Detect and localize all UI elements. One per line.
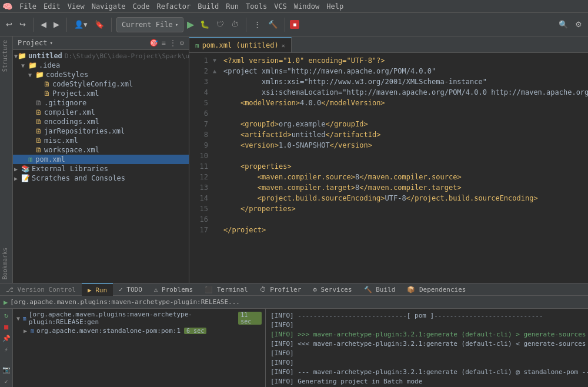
bottom-tab-dependencies[interactable]: 📦 Dependencies	[401, 283, 472, 296]
run-tree-arrow: ▶	[24, 328, 29, 334]
settings-button[interactable]: ⚙	[573, 19, 584, 30]
run-rerun-icon[interactable]: ↻	[4, 311, 8, 319]
toolbar: ↩ ↪ ◀ ▶ 👤▾ 🔖 Current File ▾ ▶ 🐛 🛡 ⏱ ⋮ 🔨 …	[0, 13, 588, 36]
folder-icon: 📁	[18, 52, 26, 60]
tree-item-compilerxml[interactable]: ▶ 🗎 compiler.xml	[13, 108, 189, 117]
menu-item-run[interactable]: Run	[222, 0, 242, 13]
menu-item-file[interactable]: File	[16, 0, 40, 13]
log-line: [INFO] ----------------------------[ pom…	[270, 311, 583, 321]
run-badge: 6 sec	[184, 328, 206, 334]
left-tools-spacer	[0, 75, 12, 244]
forward-button[interactable]: ▶	[51, 19, 62, 30]
build-button[interactable]: 🔨	[266, 19, 280, 30]
tree-item-gitignore[interactable]: ▶ 🗎 .gitignore	[13, 98, 189, 108]
menu-item-help[interactable]: Help	[323, 0, 347, 13]
tree-item-workspacexml[interactable]: ▶ 🗎 workspace.xml	[13, 145, 189, 155]
tree-item-jarrepos[interactable]: ▶ 🗎 jarRepositories.xml	[13, 126, 189, 136]
bottom-tabs: ⎇ Version Control ▶ Run ✓ TODO ⚠ Problem…	[0, 283, 588, 296]
redo-button[interactable]: ↪	[17, 19, 28, 30]
tree-item-miscxml[interactable]: ▶ 🗎 misc.xml	[13, 136, 189, 145]
settings-icon[interactable]: ⚙	[180, 39, 184, 47]
dots-icon[interactable]: ⋮	[169, 39, 176, 47]
tree-path: D:\Study\BC\idea-Project\Spark\untitled	[65, 52, 189, 60]
profile-run-button[interactable]: ⏱	[229, 19, 241, 30]
menu-item-edit[interactable]: Edit	[40, 0, 64, 13]
run-tree-child[interactable]: ▶ m org.apache.maven:standalone-pom:pom:…	[15, 326, 263, 335]
chevron-down-icon: ▾	[175, 22, 178, 28]
tab-label: pom.xml (untitled)	[202, 41, 279, 49]
menu-item-view[interactable]: View	[64, 0, 88, 13]
run-badge: 11 sec	[238, 312, 262, 325]
more-run-button[interactable]: ⋮	[251, 19, 263, 30]
tab-pom-icon: m	[195, 42, 199, 49]
code-editor[interactable]: <?xml version="1.0" encoding="UTF-8"?><p…	[219, 53, 588, 283]
code-line: </properties>	[223, 203, 583, 214]
menu-item-tools[interactable]: Tools	[242, 0, 270, 13]
bookmarks-tool[interactable]: Bookmarks	[0, 244, 12, 283]
run-console-header: ▶ [org.apache.maven.plugins:maven-archet…	[0, 296, 588, 309]
search-everywhere-button[interactable]: 🔍	[556, 19, 570, 30]
tree-item-encodingsxml[interactable]: ▶ 🗎 encodings.xml	[13, 117, 189, 126]
bottom-tab-run[interactable]: ▶ Run	[82, 283, 113, 296]
collapse-all-icon[interactable]: ≡	[162, 39, 166, 47]
menu-item-navigate[interactable]: Navigate	[88, 0, 129, 13]
bottom-tab-terminal[interactable]: ⬛ Terminal	[199, 283, 254, 296]
run-config-dropdown[interactable]: Current File ▾	[116, 17, 183, 32]
tree-item-untitled[interactable]: ▼ 📁 untitled D:\Study\BC\idea-Project\Sp…	[13, 51, 189, 61]
coverage-button[interactable]: 🛡	[214, 19, 226, 30]
tree-item-codeStyleConfig[interactable]: ▶ 🗎 codeStyleConfig.xml	[13, 79, 189, 89]
tree-item-idea[interactable]: ▼ 📁 .idea	[13, 61, 189, 70]
tab-close-button[interactable]: ✕	[282, 42, 285, 49]
menu-item-vcs[interactable]: VCS	[270, 0, 290, 13]
line-number: 15	[189, 203, 208, 214]
bottom-tab-build[interactable]: 🔨 Build	[358, 283, 402, 296]
bottom-tab-vcs[interactable]: ⎇ Version Control	[0, 283, 82, 296]
editor-area: m pom.xml (untitled) ✕ 12345678910111213…	[189, 36, 588, 283]
run-scroll-icon[interactable]: 📷	[2, 366, 11, 373]
bottom-tab-profiler[interactable]: ⏱ Profiler	[254, 283, 308, 296]
bottom-tab-problems[interactable]: ⚠ Problems	[148, 283, 199, 296]
tree-label: untitled	[28, 52, 62, 60]
run-button[interactable]: ▶	[186, 18, 195, 31]
code-line: </project>	[223, 225, 583, 235]
fold-marker[interactable]: ▲	[211, 66, 219, 76]
tree-label: encodings.xml	[44, 118, 99, 126]
menu-item-code[interactable]: Code	[129, 0, 153, 13]
run-stop-icon[interactable]: ■	[4, 323, 8, 331]
tree-item-extlibs[interactable]: ▶ 📚 External Libraries	[13, 164, 189, 174]
tree-item-pomxml[interactable]: ▶ m pom.xml	[13, 155, 189, 164]
fold-marker[interactable]: ▼	[211, 55, 219, 66]
code-line: <groupId>org.example</groupId>	[223, 119, 583, 129]
line-number: 1	[189, 55, 208, 66]
back-button[interactable]: ◀	[38, 19, 49, 30]
stop-button[interactable]: ■	[290, 20, 299, 29]
code-line: <maven.compiler.source>8</maven.compiler…	[223, 172, 583, 182]
tab-pomxml[interactable]: m pom.xml (untitled) ✕	[189, 37, 292, 52]
code-line: <project xmlns="http://maven.apache.org/…	[223, 66, 583, 76]
bookmark-button[interactable]: 🔖	[92, 19, 106, 30]
run-wrap-icon[interactable]: ↙	[4, 377, 8, 385]
debug-button[interactable]: 🐛	[198, 19, 212, 30]
run-pin-icon[interactable]: 📌	[2, 335, 11, 342]
run-filter-icon[interactable]: ⚡	[4, 346, 8, 353]
menu-item-refactor[interactable]: Refactor	[153, 0, 194, 13]
log-line: [INFO]	[270, 321, 583, 330]
scratches-icon: 📝	[21, 174, 30, 182]
undo-button[interactable]: ↩	[4, 19, 15, 30]
menu-item-window[interactable]: Window	[290, 0, 323, 13]
menu-item-build[interactable]: Build	[194, 0, 222, 13]
tree-item-codeStyles[interactable]: ▼ 📁 codeStyles	[13, 70, 189, 79]
structure-tool[interactable]: Structure	[0, 36, 12, 75]
profile-button[interactable]: 👤▾	[72, 19, 90, 30]
bottom-tab-todo[interactable]: ✓ TODO	[113, 283, 148, 296]
left-tools-panel: Structure Bookmarks	[0, 36, 13, 283]
code-line: <project.build.sourceEncoding>UTF-8</pro…	[223, 193, 583, 203]
tree-item-scratches[interactable]: ▶ 📝 Scratches and Consoles	[13, 174, 189, 183]
chevron-down-icon: ▾	[50, 40, 53, 46]
locate-icon[interactable]: 🎯	[149, 39, 158, 47]
tree-item-projectxml[interactable]: ▶ 🗎 Project.xml	[13, 89, 189, 98]
run-tree-root[interactable]: ▼ m [org.apache.maven.plugins:maven-arch…	[15, 310, 263, 326]
bottom-tab-services[interactable]: ⚙ Services	[307, 283, 358, 296]
code-line: <version>1.0-SNAPSHOT</version>	[223, 140, 583, 151]
toolbar-sep-2	[66, 18, 67, 32]
